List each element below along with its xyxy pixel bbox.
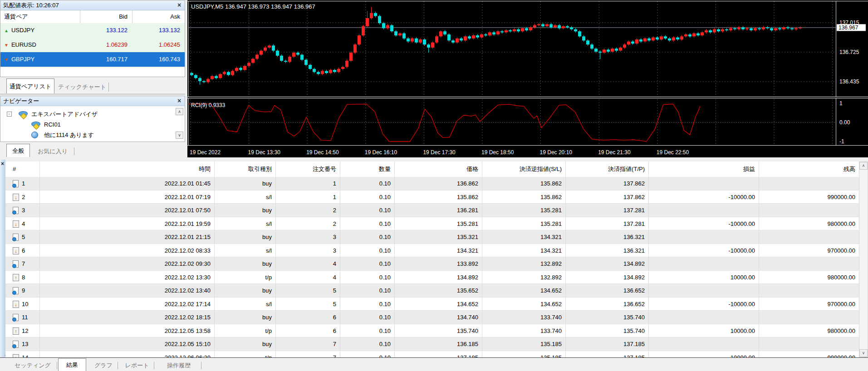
table-cell: 0.10	[379, 217, 391, 231]
market-watch-row[interactable]: ▼EURUSD1.062391.06245	[0, 38, 185, 53]
table-row[interactable]: ↓22022.12.01 07:19s/l10.10135.862135.862…	[5, 190, 859, 204]
table-cell: 2	[333, 217, 336, 231]
tab-divider	[74, 147, 74, 155]
table-cell: 134.892	[457, 271, 478, 284]
close-icon[interactable]: ×	[176, 96, 183, 106]
table-cell: 6	[333, 324, 336, 338]
table-cell: 12	[22, 324, 28, 338]
ask-value: 133.132	[130, 23, 180, 38]
tab-navigator-2[interactable]: お気に入り	[31, 146, 74, 157]
table-cell: 2022.12.05 13:58	[165, 324, 211, 338]
table-row[interactable]: 72022.12.02 09:30buy40.10133.892132.8921…	[5, 257, 859, 271]
column-header[interactable]: 時間	[199, 161, 211, 177]
market-watch-titlebar: 気配値表示: 10:26:07 ×	[0, 0, 185, 10]
table-cell: 980000.00	[828, 324, 855, 338]
tab-tester-3[interactable]: グラフ	[89, 360, 118, 371]
table-cell: 132.892	[540, 271, 562, 284]
scroll-up-icon[interactable]: ∧	[176, 108, 183, 115]
table-cell: 2022.12.02 09:30	[165, 257, 211, 271]
table-cell: 136.862	[457, 177, 478, 190]
table-row[interactable]: ↓102022.12.02 17:14s/l50.10134.652134.65…	[5, 298, 859, 311]
svg-text:19 Dec 18:50: 19 Dec 18:50	[481, 149, 514, 156]
table-cell: 134.652	[540, 298, 562, 311]
tab-tester-5[interactable]: 操作履歴	[156, 360, 201, 371]
scroll-up-icon[interactable]: ∧	[859, 162, 868, 170]
svg-text:19 Dec 13:30: 19 Dec 13:30	[248, 149, 281, 156]
table-cell: 7	[333, 351, 336, 358]
ask-value: 160.743	[130, 52, 180, 67]
buy-order-icon	[13, 287, 19, 294]
table-cell: 137.185	[623, 337, 645, 351]
table-row[interactable]: 92022.12.02 13:40buy50.10135.652134.6521…	[5, 284, 859, 298]
table-row[interactable]: ↑142022.12.06 06:20t/p70.10137.185135.18…	[5, 351, 859, 358]
price-chart[interactable]: USDJPY,M5 136.947 136.973 136.947 136.96…	[187, 0, 868, 157]
table-row[interactable]: ↑82022.12.02 13:30t/p40.10134.892132.892…	[5, 271, 859, 284]
navigator-tabstrip: 全般お気に入り	[0, 142, 185, 158]
table-row[interactable]: ↓62022.12.02 08:33s/l30.10134.321134.321…	[5, 244, 859, 258]
buy-order-icon	[13, 207, 19, 214]
close-icon[interactable]: ×	[176, 0, 183, 10]
tester-side-strip[interactable]: テスター	[0, 160, 5, 371]
table-row[interactable]: ↑122022.12.05 13:58t/p60.10135.740133.74…	[5, 324, 859, 338]
tree-item[interactable]: RCI01	[0, 119, 185, 130]
tab-tester-4[interactable]: レポート	[120, 360, 154, 371]
table-cell: 135.862	[540, 177, 562, 190]
column-header[interactable]: 数量	[379, 161, 391, 177]
column-header[interactable]: 決済指値(T/P)	[608, 161, 645, 177]
market-watch-row[interactable]: ▲USDJPY133.122133.132	[0, 23, 185, 38]
stop-loss-icon: ↓	[13, 220, 19, 228]
tab-market-watch-2[interactable]: ティックチャート	[55, 81, 109, 93]
scroll-down-icon[interactable]: ∨	[859, 349, 868, 357]
table-cell: buy	[262, 337, 272, 351]
globe-icon	[31, 132, 38, 138]
table-cell: 0.10	[379, 284, 391, 298]
bid-value: 1.06239	[78, 38, 128, 52]
tab-tester-2[interactable]: 結果	[58, 358, 86, 371]
table-cell: 2022.12.01 07:19	[165, 190, 211, 204]
tree-item[interactable]: 他に1114 あります	[0, 130, 185, 140]
column-header[interactable]: #	[13, 161, 16, 177]
column-header[interactable]: 価格	[466, 161, 478, 177]
results-table-body: 12022.12.01 01:45buy10.10136.862135.8621…	[5, 177, 859, 357]
tree-item-label: 他に1114 あります	[44, 130, 94, 140]
table-row[interactable]: 132022.12.05 15:10buy70.10136.185135.185…	[5, 337, 859, 351]
tree-item[interactable]: -エキスパートアドバイザ	[0, 109, 185, 119]
table-row[interactable]: 12022.12.01 01:45buy10.10136.862135.8621…	[5, 177, 859, 190]
market-watch-row[interactable]: ▼GBPJPY160.717160.743	[0, 52, 185, 67]
tab-tester-1[interactable]: セッティング	[8, 360, 57, 371]
table-cell: 135.185	[540, 351, 562, 358]
table-cell: 137.281	[623, 217, 645, 231]
column-header[interactable]: 損益	[743, 161, 755, 177]
table-cell: 137.185	[623, 351, 645, 358]
results-scrollbar[interactable]: ∧ ∨	[859, 161, 868, 357]
table-cell: 970000.00	[828, 244, 855, 258]
column-symbol[interactable]: 通貨ペア	[4, 10, 28, 23]
tab-divider	[108, 83, 109, 92]
column-header[interactable]: 注文番号	[313, 161, 336, 177]
market-watch-header: 通貨ペア Bid Ask	[0, 10, 185, 24]
table-row[interactable]: ↓42022.12.01 19:59s/l20.10135.281135.281…	[5, 217, 859, 231]
tab-navigator-1[interactable]: 全般	[6, 144, 30, 157]
column-header[interactable]: 残高	[843, 161, 855, 177]
tab-divider	[201, 362, 201, 369]
scroll-down-icon[interactable]: ∨	[176, 132, 183, 139]
column-header[interactable]: 取引種別	[248, 161, 272, 177]
table-cell: 6	[22, 244, 25, 258]
table-cell: 0.10	[379, 257, 391, 271]
column-header[interactable]: 決済逆指値(S/L)	[520, 161, 562, 177]
table-cell: 10000.00	[731, 271, 755, 284]
column-bid[interactable]: Bid	[82, 10, 128, 23]
tab-market-watch-1[interactable]: 通貨ペアリスト	[6, 78, 54, 93]
table-row[interactable]: 112022.12.02 18:15buy60.10134.740133.740…	[5, 311, 859, 324]
table-cell: 10000.00	[731, 351, 755, 358]
table-row[interactable]: 32022.12.01 07:50buy20.10136.281135.2811…	[5, 204, 859, 217]
expander-icon[interactable]: -	[7, 112, 12, 117]
table-cell: 980000.00	[828, 217, 855, 231]
table-cell: -10000.00	[728, 217, 755, 231]
table-row[interactable]: 52022.12.01 21:15buy30.10135.321134.3211…	[5, 230, 859, 244]
table-cell: 970000.00	[828, 298, 855, 311]
column-ask[interactable]: Ask	[135, 10, 180, 23]
table-cell: 136.652	[623, 298, 645, 311]
table-cell: s/l	[266, 244, 272, 258]
table-cell: 135.740	[623, 311, 645, 324]
